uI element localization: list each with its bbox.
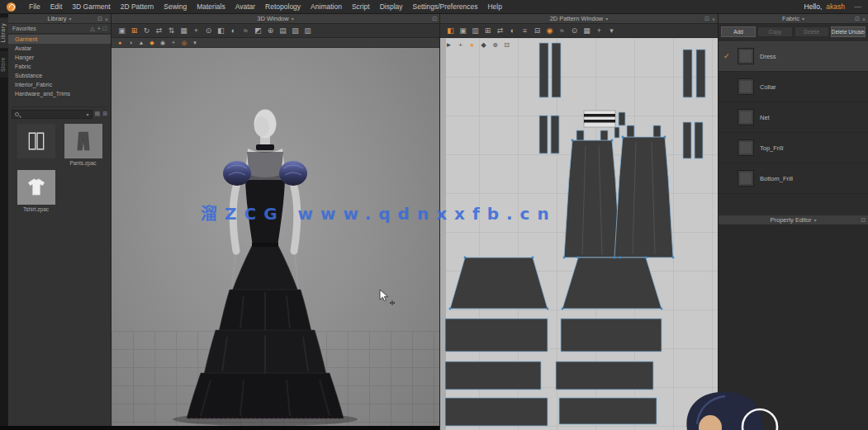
mini-tool-icon[interactable]: ◎ bbox=[180, 39, 188, 47]
mini-tool-icon[interactable]: ▾ bbox=[191, 39, 199, 47]
pattern-piece-strip[interactable] bbox=[552, 43, 561, 97]
fabric-action-button[interactable]: Copy bbox=[757, 26, 792, 37]
float-panel-icon[interactable]: ⊡ bbox=[855, 16, 860, 22]
tool-icon[interactable]: ≈ bbox=[240, 26, 251, 36]
mini-tool-icon[interactable]: + bbox=[456, 40, 465, 50]
app-logo-icon[interactable] bbox=[7, 2, 16, 12]
library-category[interactable]: Substance bbox=[8, 71, 111, 80]
favorites-action-icon[interactable]: + bbox=[97, 26, 101, 32]
3d-viewport[interactable] bbox=[111, 48, 439, 426]
tool-icon[interactable]: ⇄ bbox=[154, 26, 164, 36]
mini-tool-icon[interactable]: ▲ bbox=[137, 39, 145, 47]
favorites-action-icon[interactable]: △ bbox=[90, 26, 94, 32]
pattern-piece-strip[interactable] bbox=[695, 122, 703, 158]
menu-item[interactable]: 3D Garment bbox=[67, 0, 115, 14]
tool-icon[interactable]: ▤ bbox=[277, 26, 288, 36]
fabric-item[interactable]: ✓ Top_Frill bbox=[719, 133, 868, 163]
tool-icon[interactable]: ◧ bbox=[216, 26, 226, 36]
library-category[interactable]: Garment bbox=[8, 35, 111, 44]
close-panel-icon[interactable]: × bbox=[712, 17, 715, 22]
mini-tool-icon[interactable]: ◉ bbox=[159, 39, 167, 47]
pattern-piece-strip[interactable] bbox=[551, 116, 559, 154]
menu-item[interactable]: File bbox=[24, 0, 45, 14]
fabric-action-button[interactable]: Add bbox=[721, 26, 756, 37]
pattern-piece-frill[interactable] bbox=[561, 319, 662, 352]
float-panel-icon[interactable]: ⊡ bbox=[704, 16, 709, 22]
search-input[interactable]: ▾ bbox=[12, 110, 92, 119]
mini-tool-icon[interactable]: ► bbox=[444, 40, 453, 50]
3d-window-header[interactable]: 3D Window ▾ ⊡ bbox=[111, 14, 439, 24]
tool-icon[interactable]: ▧ bbox=[290, 26, 301, 36]
library-asset-pants[interactable]: Pants.zpac bbox=[61, 124, 105, 167]
pattern-piece-collar-stand[interactable] bbox=[619, 112, 625, 125]
menu-item[interactable]: Sewing bbox=[159, 0, 192, 14]
tool-icon[interactable]: ◧ bbox=[445, 26, 456, 36]
tool-icon[interactable]: ⇄ bbox=[495, 26, 505, 36]
pattern-piece-strip[interactable] bbox=[696, 50, 705, 97]
close-panel-icon[interactable]: × bbox=[862, 17, 866, 22]
pattern-piece-frill[interactable] bbox=[445, 398, 548, 426]
tool-icon[interactable]: ◐ bbox=[228, 26, 239, 36]
tool-icon[interactable]: ⇅ bbox=[166, 26, 177, 36]
tool-icon[interactable]: ⊙ bbox=[203, 26, 214, 36]
mini-tool-icon[interactable]: ● bbox=[467, 40, 477, 50]
fabric-item[interactable]: ✓ Net bbox=[719, 102, 868, 133]
favorites-action-icon[interactable]: □ bbox=[103, 26, 107, 32]
mini-tool-icon[interactable]: + bbox=[169, 39, 178, 47]
tool-icon[interactable]: ▥ bbox=[302, 26, 313, 36]
pattern-piece-frill[interactable] bbox=[445, 361, 541, 390]
2d-window-header[interactable]: 2D Pattern Window ▾ ⊡ × bbox=[440, 14, 718, 24]
menu-item[interactable]: Settings/Preferences bbox=[408, 0, 483, 14]
library-asset-tshirt[interactable]: Tshirt.zpac bbox=[14, 170, 58, 213]
chevron-down-icon[interactable]: ▾ bbox=[86, 111, 88, 117]
menu-item[interactable]: Animation bbox=[306, 0, 347, 14]
float-panel-icon[interactable]: ⊡ bbox=[861, 217, 866, 224]
menu-item[interactable]: Retopology bbox=[260, 0, 306, 14]
library-category[interactable]: Hardware_and_Trims bbox=[8, 89, 111, 98]
pattern-piece-dress-front[interactable] bbox=[564, 140, 620, 258]
tool-icon[interactable]: ▦ bbox=[178, 26, 189, 36]
view-mode-icon[interactable]: ⊞ bbox=[102, 111, 107, 117]
tool-icon[interactable]: ◉ bbox=[544, 26, 555, 36]
pattern-piece-skirt-panel[interactable] bbox=[562, 258, 662, 309]
chevron-down-icon[interactable]: ▾ bbox=[802, 16, 804, 21]
pattern-piece-frill[interactable] bbox=[559, 398, 657, 424]
menu-item[interactable]: Materials bbox=[192, 0, 230, 14]
property-editor-header[interactable]: Property Editor ▾ ⊡ bbox=[719, 215, 868, 225]
tool-icon[interactable]: ▣ bbox=[116, 26, 127, 36]
tool-icon[interactable]: ⊙ bbox=[569, 26, 580, 36]
mini-tool-icon[interactable]: ◑ bbox=[126, 39, 135, 47]
tool-icon[interactable]: + bbox=[191, 26, 202, 36]
pattern-piece-strip[interactable] bbox=[539, 116, 548, 154]
tool-icon[interactable]: ≈ bbox=[557, 26, 567, 36]
library-category[interactable]: Interior_Fabric bbox=[8, 80, 111, 89]
tool-icon[interactable]: ↻ bbox=[141, 26, 152, 36]
close-panel-icon[interactable]: × bbox=[105, 17, 108, 22]
fabric-action-button[interactable]: Delete bbox=[794, 26, 829, 37]
tool-icon[interactable]: ⊟ bbox=[532, 26, 543, 36]
pattern-piece-dress-back[interactable] bbox=[614, 137, 673, 258]
fabric-action-button[interactable]: Delete Unused bbox=[831, 26, 866, 37]
view-mode-icon[interactable]: ▤ bbox=[95, 111, 101, 117]
tool-icon[interactable]: ▣ bbox=[458, 26, 468, 36]
tool-icon[interactable]: ◐ bbox=[507, 26, 518, 36]
mini-tool-icon[interactable]: ⊡ bbox=[502, 40, 511, 50]
menu-item[interactable]: Avatar bbox=[230, 0, 260, 14]
fabric-panel-header[interactable]: Fabric ▾ ⊡ × bbox=[719, 14, 868, 24]
pattern-piece-frill[interactable] bbox=[445, 319, 548, 352]
chevron-down-icon[interactable]: ▾ bbox=[814, 217, 817, 223]
fabric-item[interactable]: ✓ Dress bbox=[719, 41, 868, 72]
menu-item[interactable]: Display bbox=[375, 0, 408, 14]
library-category[interactable]: Avatar bbox=[8, 44, 111, 53]
pattern-piece-strip[interactable] bbox=[683, 122, 691, 158]
tool-icon[interactable]: + bbox=[594, 26, 605, 36]
mini-tool-icon[interactable]: ⊕ bbox=[491, 40, 500, 50]
pattern-piece-frill[interactable] bbox=[556, 361, 653, 390]
menu-item[interactable]: Help bbox=[482, 0, 506, 14]
tool-icon[interactable]: ≡ bbox=[519, 26, 530, 36]
fabric-item[interactable]: ✓ Collar bbox=[719, 72, 868, 102]
chevron-down-icon[interactable]: ▾ bbox=[69, 16, 71, 21]
library-panel-header[interactable]: Library ▾ ⊡ × bbox=[8, 14, 111, 24]
fabric-item[interactable]: ✓ Bottom_Frill bbox=[719, 163, 868, 194]
side-tab-library[interactable]: Library bbox=[0, 17, 8, 48]
